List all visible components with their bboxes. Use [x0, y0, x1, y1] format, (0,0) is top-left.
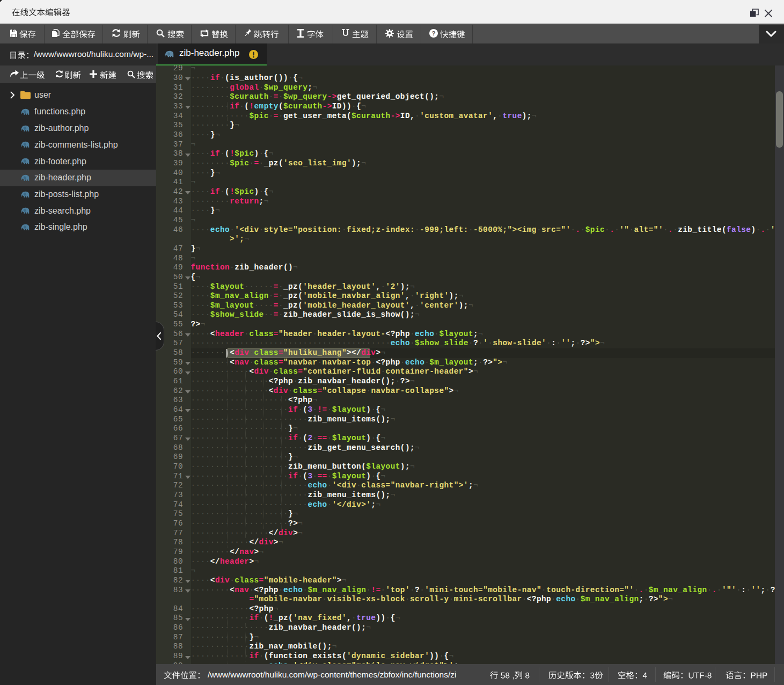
svg-text:?: ?: [431, 30, 435, 37]
